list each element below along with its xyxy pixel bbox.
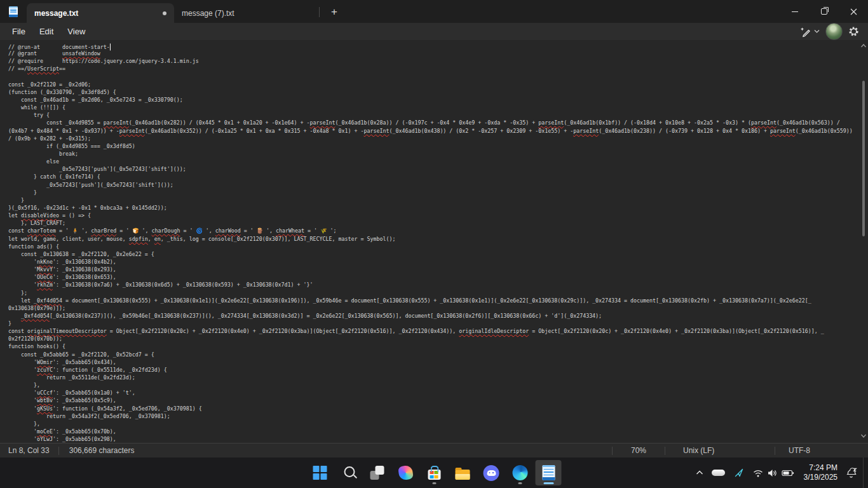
taskbar: 7:24 PM 3/19/2025 (0, 458, 868, 488)
code-line: const charTotem = ' 🧍 ', charBred = ' 🍞 … (8, 227, 868, 234)
code-line: 'wbtBv': _0x5abb65(0x5c9), (8, 396, 868, 404)
code-line: 'moCeE': _0x5abb65(0x70b), (8, 428, 868, 435)
code-line: // @require https://code.jquery.com/jque… (8, 57, 868, 65)
scroll-down-arrow-icon[interactable] (861, 433, 866, 438)
running-indicator (518, 482, 522, 484)
network-volume-battery-button[interactable] (749, 460, 798, 485)
code-line: }(_0x5f16, -0x23d1c + -0x1 * 0xbca3a + 0… (8, 204, 868, 212)
restore-button[interactable] (810, 0, 839, 23)
code-line: }, LAST_CRAFT; (8, 219, 868, 227)
system-tray: 7:24 PM 3/19/2025 (691, 458, 867, 488)
minimize-button[interactable] (780, 0, 810, 23)
code-line: break; (8, 150, 868, 158)
code-line: const _0x130638 = _0x2f2120, _0x2e6e22 =… (8, 250, 868, 258)
edge-icon (512, 465, 527, 480)
bell-dnd-icon (846, 468, 857, 478)
copilot-button[interactable] (393, 460, 419, 485)
code-line: 'oYLwJ': _0x5abb65(0x298), (8, 435, 868, 443)
code-line: if (_0x4d9855 === _0x3df8d5) (8, 142, 868, 150)
code-line: let world, game, client, user, mouse, sd… (8, 235, 868, 243)
code-line: return _0x5511de(_0x2fd23d); (8, 374, 868, 381)
screen: message.txt message (7).txt + File E (0, 0, 868, 488)
tab-label: message.txt (34, 9, 158, 18)
microsoft-store-button[interactable] (421, 460, 447, 485)
code-line: else (8, 158, 868, 165)
tray-date: 3/19/2025 (804, 473, 837, 482)
code-line: 'gKSUs': function (_0x54a3f2, _0x5ed706,… (8, 405, 868, 412)
hidden-icons-button[interactable] (691, 460, 709, 485)
account-avatar[interactable] (825, 23, 843, 40)
code-line: 'rkhZm': _0x130638(0x7a6) + _0x130638(0x… (8, 281, 868, 288)
taskbar-center-icons (307, 458, 562, 488)
text-caret (110, 44, 111, 51)
file-explorer-button[interactable] (450, 460, 476, 485)
search-icon (344, 466, 355, 477)
notification-center-button[interactable] (842, 460, 861, 485)
onedrive-cloud-icon (712, 470, 725, 476)
vertical-scrollbar[interactable] (859, 40, 868, 443)
new-tab-button[interactable]: + (323, 3, 345, 22)
location-button[interactable] (729, 460, 749, 485)
text-editor[interactable]: // @run-at document-start-// @grant unsa… (0, 40, 868, 443)
start-button[interactable] (307, 460, 333, 485)
code-line: } (8, 320, 868, 327)
code-line: while (!![]) { (8, 104, 868, 111)
wifi-icon (753, 469, 763, 477)
code-line: (0x4b7 + 0x484 * 0x1 + -0x937)) + -parse… (8, 127, 868, 135)
code-line: }, (8, 381, 868, 389)
scrollbar-thumb[interactable] (862, 81, 865, 236)
code-line: const originalTimeoutDescriptor = Object… (8, 327, 868, 335)
code-line: function ads() { (8, 243, 868, 250)
menu-file[interactable]: File (5, 25, 32, 38)
menubar-right-icons (799, 23, 868, 40)
code-line: let _0xf4d054 = document[_0x130638(0x555… (8, 297, 868, 304)
code-line: const _0x4d9855 = parseInt(_0x46ad1b(0x2… (8, 119, 868, 126)
minimize-icon (792, 11, 798, 12)
line-ending: Unix (LF) (665, 446, 775, 455)
tab-message-7-txt[interactable]: message (7).txt (174, 3, 319, 23)
tab-message-txt[interactable]: message.txt (27, 3, 174, 23)
discord-button[interactable] (478, 460, 505, 485)
battery-icon (782, 469, 794, 477)
code-line: const _0x2f2120 = _0x2d06; (8, 81, 868, 88)
copilot-icon (398, 465, 414, 481)
settings-gear-icon[interactable] (848, 26, 859, 37)
menu-view[interactable]: View (60, 25, 92, 38)
task-view-button[interactable] (364, 460, 390, 485)
show-desktop-button[interactable] (863, 458, 867, 488)
menu-edit[interactable]: Edit (32, 25, 60, 38)
unsaved-indicator-dot (163, 11, 166, 15)
character-count: 306,669 characters (59, 446, 145, 455)
code-line: // @run-at document-start- (8, 42, 868, 50)
ai-rewrite-button[interactable] (799, 26, 820, 37)
encoding: UTF-8 (775, 446, 868, 455)
code-line: / (0x9b + 0x282 + -0x315); (8, 135, 868, 142)
chevron-up-icon (696, 470, 703, 475)
menubar: File Edit View (0, 23, 868, 40)
clock[interactable]: 7:24 PM 3/19/2025 (798, 463, 842, 482)
code-line: try { (8, 111, 868, 119)
titlebar: message.txt message (7).txt + (0, 0, 868, 23)
cursor-position: Ln 8, Col 33 (0, 446, 58, 455)
search-button[interactable] (336, 460, 362, 485)
windows-logo-icon (313, 466, 327, 480)
code-line: 'WOmir': _0x5abb65(0x434), (8, 358, 868, 366)
code-line: _0x5e7243['push'](_0x5e7243['shift']()); (8, 181, 868, 189)
close-button[interactable] (839, 0, 868, 23)
tab-label: message (7).txt (182, 9, 311, 18)
scroll-up-arrow-icon[interactable] (861, 43, 866, 48)
onedrive-button[interactable] (709, 460, 729, 485)
code-line: 'MkvvY': _0x130638(0x293), (8, 266, 868, 273)
code-line: 'OUeCe': _0x130638(0x653), (8, 273, 868, 281)
task-view-icon (370, 466, 384, 480)
code-line: _0xf4d054[_0x130638(0x237)](), _0x59b46e… (8, 312, 868, 320)
active-app-indicator (543, 482, 553, 484)
edge-button[interactable] (507, 460, 533, 485)
notepad-taskbar-button[interactable] (536, 460, 562, 485)
code-line: const _0x5abb65 = _0x2f2120, _0x52bcd7 =… (8, 351, 868, 358)
code-line (8, 73, 868, 81)
folder-icon (456, 470, 470, 480)
code-line: _0x5e7243['push'](_0x5e7243['shift']()); (8, 165, 868, 173)
volume-icon (768, 469, 777, 477)
code-line: return _0x54a3f2(_0x5ed706, _0x370981); (8, 412, 868, 420)
